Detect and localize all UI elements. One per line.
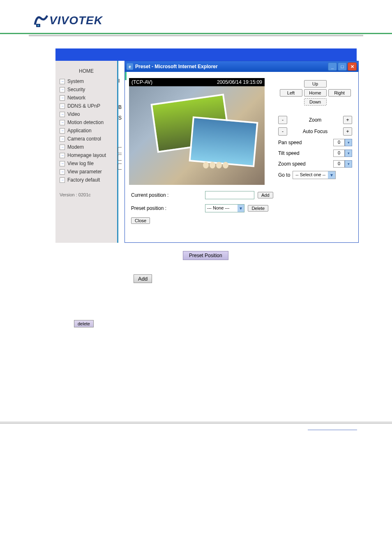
- zoom-speed-label: Zoom speed: [278, 161, 306, 167]
- top-blue-bar: [55, 48, 357, 61]
- preset-position-select[interactable]: --- None --- ▾: [205, 204, 244, 212]
- goto-label: Go to: [278, 172, 290, 178]
- current-position-input[interactable]: [205, 191, 254, 199]
- window-minimize-button[interactable]: _: [328, 62, 337, 71]
- sidebar: HOME →System →Security →Network →DDNS & …: [55, 61, 117, 243]
- right-button[interactable]: Right: [328, 89, 351, 97]
- preset-window: e Preset - Microsoft Internet Explorer _…: [125, 61, 359, 243]
- sidebar-item-modem[interactable]: →Modem: [55, 143, 117, 151]
- window-title: Preset - Microsoft Internet Explorer: [135, 64, 328, 69]
- video-feed[interactable]: [129, 86, 265, 185]
- zoom-speed-select[interactable]: 0 ▾: [333, 160, 352, 168]
- down-button[interactable]: Down: [304, 98, 327, 106]
- focus-far-button[interactable]: +: [343, 127, 352, 136]
- chevron-down-icon: ▾: [345, 150, 352, 157]
- focus-near-button[interactable]: -: [278, 127, 287, 136]
- window-close-button[interactable]: ✕: [348, 62, 357, 71]
- sidebar-item-home[interactable]: HOME: [55, 67, 117, 75]
- sidebar-item-system[interactable]: →System: [55, 77, 117, 85]
- left-button[interactable]: Left: [280, 89, 302, 97]
- preset-position-button[interactable]: Preset Position: [183, 251, 228, 260]
- ptz-controls: Up Left Home Right Down - Zoom: [278, 78, 358, 230]
- arrow-icon: →: [60, 169, 65, 175]
- delete-button[interactable]: Delete: [248, 205, 268, 212]
- page-footer: [0, 422, 392, 440]
- close-button[interactable]: Close: [131, 217, 150, 224]
- sidebar-item-application[interactable]: →Application: [55, 127, 117, 135]
- logo-icon: [33, 12, 49, 29]
- logo-text: VIVOTEK: [49, 14, 103, 27]
- pan-speed-select[interactable]: 0 ▾: [333, 139, 352, 146]
- sidebar-item-ddns[interactable]: →DDNS & UPnP: [55, 102, 117, 110]
- chevron-down-icon: ▾: [328, 171, 335, 179]
- ie-icon: e: [127, 63, 133, 70]
- arrow-icon: →: [60, 136, 65, 142]
- home-button[interactable]: Home: [304, 89, 327, 97]
- zoom-label: Zoom: [287, 117, 343, 123]
- timestamp: 2005/06/14 19:15:09: [217, 79, 262, 85]
- page-header: VIVOTEK: [0, 0, 392, 34]
- goto-select[interactable]: -- Select one -- ▾: [293, 171, 336, 179]
- arrow-icon: →: [60, 87, 65, 92]
- delete-button-2[interactable]: delete: [74, 320, 94, 327]
- autofocus-label: Auto Focus: [287, 129, 343, 134]
- arrow-icon: →: [60, 153, 65, 158]
- arrow-icon: →: [60, 112, 65, 117]
- arrow-icon: →: [60, 128, 65, 134]
- add-button[interactable]: Add: [258, 192, 273, 198]
- arrow-icon: →: [60, 145, 65, 150]
- logo: VIVOTEK: [33, 12, 392, 29]
- preset-position-label: Preset position :: [131, 205, 205, 211]
- gutter-letters: I B S: [118, 61, 125, 243]
- window-titlebar[interactable]: e Preset - Microsoft Internet Explorer _…: [125, 61, 358, 72]
- arrow-icon: →: [60, 104, 65, 109]
- add-button-2[interactable]: Add: [134, 274, 152, 283]
- window-maximize-button[interactable]: □: [338, 62, 347, 71]
- arrow-icon: →: [60, 79, 65, 84]
- arrow-icon: →: [60, 95, 65, 101]
- sidebar-item-network[interactable]: →Network: [55, 94, 117, 102]
- pan-speed-label: Pan speed: [278, 140, 302, 145]
- arrow-icon: →: [60, 161, 65, 166]
- sidebar-label-home: HOME: [79, 68, 94, 74]
- sidebar-item-factory-default[interactable]: →Factory default: [55, 176, 117, 184]
- zoom-out-button[interactable]: -: [278, 116, 287, 124]
- zoom-in-button[interactable]: +: [343, 116, 352, 124]
- chevron-down-icon: ▾: [345, 139, 352, 146]
- sidebar-item-security[interactable]: →Security: [55, 85, 117, 94]
- sidebar-item-homepage-layout[interactable]: →Homepage layout: [55, 151, 117, 159]
- version-text: Version : 0201c: [55, 184, 117, 205]
- arrow-icon: →: [60, 177, 65, 183]
- video-panel: (TCP-AV) 2005/06/14 19:15:09: [129, 78, 265, 185]
- svg-point-1: [37, 25, 39, 26]
- sidebar-item-camera-control[interactable]: →Camera control: [55, 135, 117, 143]
- sidebar-item-motion[interactable]: →Motion detection: [55, 118, 117, 127]
- sidebar-item-video[interactable]: →Video: [55, 110, 117, 118]
- sidebar-item-view-log[interactable]: →View log file: [55, 159, 117, 168]
- sidebar-item-view-parameter[interactable]: →View parameter: [55, 168, 117, 176]
- stream-mode: (TCP-AV): [131, 79, 152, 85]
- up-button[interactable]: Up: [304, 80, 327, 88]
- tilt-speed-label: Tilt speed: [278, 150, 300, 156]
- chevron-down-icon: ▾: [345, 160, 352, 168]
- current-position-label: Current position :: [131, 192, 205, 198]
- chevron-down-icon: ▾: [238, 205, 244, 212]
- arrow-icon: →: [60, 120, 65, 125]
- tilt-speed-select[interactable]: 0 ▾: [333, 150, 352, 157]
